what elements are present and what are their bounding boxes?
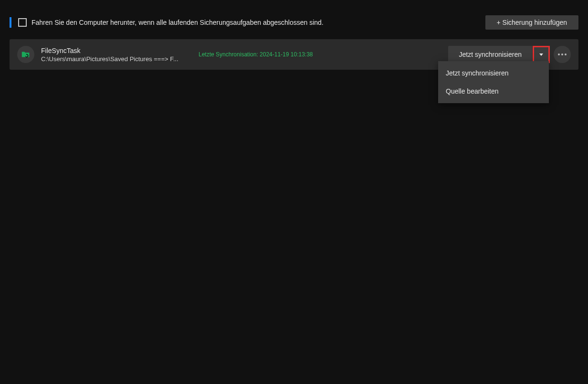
folder-sync-icon [17,46,34,63]
dropdown-item-sync-now[interactable]: Jetzt synchronisieren [438,64,549,82]
accent-indicator [10,17,11,28]
sync-dropdown-toggle[interactable] [533,46,550,63]
dropdown-item-edit-source[interactable]: Quelle bearbeiten [438,82,549,100]
sync-dropdown-menu: Jetzt synchronisieren Quelle bearbeiten [438,61,549,103]
sync-now-button[interactable]: Jetzt synchronisieren [448,46,532,63]
more-options-button[interactable] [554,46,571,63]
task-status: Letzte Synchronisation: 2024-11-19 10:13… [199,51,448,58]
task-name: FileSyncTask [41,47,199,54]
chevron-down-icon [539,53,543,56]
task-path: C:\Users\maura\Pictures\Saved Pictures =… [41,55,199,63]
sync-button-group: Jetzt synchronisieren [448,46,550,63]
header-bar: Fahren Sie den Computer herunter, wenn a… [0,0,588,39]
task-info: FileSyncTask C:\Users\maura\Pictures\Sav… [41,47,199,63]
add-backup-button[interactable]: + Sicherung hinzufügen [485,15,579,30]
shutdown-label: Fahren Sie den Computer herunter, wenn a… [32,19,485,26]
shutdown-checkbox[interactable] [18,18,27,27]
